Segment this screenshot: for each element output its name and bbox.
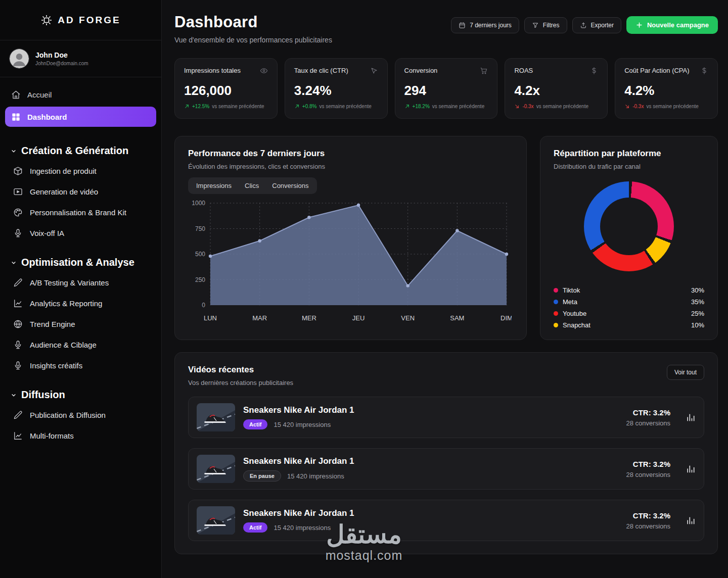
section-header-optimisation-analyse[interactable]: Optimisation & Analyse	[10, 257, 151, 268]
video-status-badge: En pause	[243, 470, 281, 481]
sidebar-item-insights-creatifs[interactable]: Insights créatifs	[10, 355, 151, 376]
video-conversions: 28 conversions	[626, 471, 670, 478]
home-icon	[11, 90, 21, 100]
new-campaign-button[interactable]: Nouvelle campagne	[626, 16, 718, 34]
kpi-label: Coût Par Action (CPA)	[624, 67, 689, 74]
user-name: John Doe	[35, 51, 88, 59]
platform-legend: Tiktok 30% Meta 35% Youtube 25% Snapchat…	[554, 284, 704, 331]
sidebar-item-generation-de-video[interactable]: Generation de vidéo	[10, 181, 151, 202]
kpi-value: 294	[404, 83, 488, 99]
bar-chart-icon[interactable]	[686, 412, 696, 422]
video-status-badge: Actif	[243, 522, 267, 533]
see-all-button[interactable]: Voir tout	[667, 365, 704, 380]
legend-dot	[554, 323, 558, 327]
page-header: Dashboard Vue d'ensemble de vos performa…	[174, 13, 718, 44]
pen-icon	[13, 410, 23, 420]
export-button[interactable]: Exporter	[572, 17, 621, 33]
eye-icon	[260, 67, 268, 75]
sidebar-item-personnalisation-brand-kit[interactable]: Personnalisation & Brand Kit	[10, 202, 151, 223]
chevron-down-icon	[10, 259, 17, 266]
kpi-delta-note: vs semaine précédente	[536, 104, 588, 109]
sidebar-item-ingestion-de-produit[interactable]: Ingestion de produit	[10, 161, 151, 181]
bar-chart-icon[interactable]	[686, 515, 696, 525]
legend-label: Meta	[563, 298, 577, 306]
chevron-down-icon	[10, 148, 17, 155]
calendar-icon	[459, 22, 466, 29]
legend-label: Tiktok	[563, 286, 580, 294]
tab-conversions[interactable]: Conversions	[265, 179, 315, 192]
legend-percentage: 25%	[691, 310, 704, 317]
video-title: Sneakers Nike Air Jordan 1	[243, 508, 354, 518]
performance-chart-title: Performance des 7 derniers jours	[188, 149, 513, 159]
nav-item-dashboard[interactable]: Dashboard	[5, 107, 156, 127]
tab-impressions[interactable]: Impressions	[190, 179, 238, 192]
video-icon	[13, 187, 23, 197]
recent-videos-subtitle: Vos dernières créations publicitaires	[188, 379, 293, 387]
avatar	[9, 49, 29, 69]
export-label: Exporter	[591, 22, 614, 29]
sidebar-item-analytics-reporting[interactable]: Analytics & Reporting	[10, 293, 151, 314]
grid-icon	[11, 112, 21, 122]
bar-chart-icon[interactable]	[686, 464, 696, 474]
svg-text:DIM: DIM	[500, 314, 512, 322]
performance-chart-subtitle: Évolution des impressions, clics et conv…	[188, 163, 513, 170]
sidebar-item-label: Ingestion de produit	[30, 167, 97, 175]
video-stats: CTR: 3.2% 28 conversions	[626, 460, 670, 478]
sidebar-item-label: Audience & Ciblage	[30, 341, 97, 349]
kpi-value: 4.2x	[514, 83, 598, 99]
video-row[interactable]: Sneakers Nike Air Jordan 1 En pause 15 4…	[188, 448, 704, 490]
performance-area-chart: 02505007501000LUNMARMERJEUVENSAMDIM	[188, 198, 513, 325]
platform-chart-title: Répartition par plateforme	[554, 149, 704, 159]
sidebar-item-label: Insights créatifs	[30, 361, 82, 370]
export-icon	[580, 22, 587, 29]
svg-text:VEN: VEN	[401, 314, 415, 322]
filters-button[interactable]: Filtres	[524, 17, 567, 33]
sidebar-item-label: Multi-formats	[30, 431, 74, 440]
sidebar-item-audience-ciblage[interactable]: Audience & Ciblage	[10, 334, 151, 355]
section-header-creation-generation[interactable]: Création & Génération	[10, 145, 151, 157]
video-impressions: 15 420 impressions	[287, 472, 344, 480]
video-impressions: 15 420 impressions	[274, 421, 331, 428]
chart-metric-tabs: ImpressionsClicsConversions	[188, 177, 317, 194]
kpi-row: Impressions totales 126,000 +12.5%vs sem…	[174, 58, 718, 119]
legend-dot	[554, 311, 558, 316]
pen-icon	[13, 278, 23, 287]
nav-item-accueil[interactable]: Accueil	[5, 84, 156, 105]
kpi-delta-note: vs semaine précédente	[432, 104, 484, 109]
kpi-label: ROAS	[514, 67, 533, 74]
legend-row-tiktok: Tiktok 30%	[554, 284, 704, 296]
legend-dot	[554, 288, 558, 293]
tab-clics[interactable]: Clics	[238, 179, 265, 192]
kpi-delta-value: -0.3x	[522, 104, 533, 109]
svg-text:LUN: LUN	[204, 314, 217, 322]
sidebar-item-trend-engine[interactable]: Trend Engine	[10, 314, 151, 334]
legend-dot	[554, 300, 558, 304]
video-row[interactable]: Sneakers Nike Air Jordan 1 Actif 15 420 …	[188, 500, 704, 541]
user-profile[interactable]: John Doe JohnDoe@domain.com	[0, 40, 161, 77]
legend-percentage: 10%	[691, 321, 704, 329]
mic-icon	[13, 228, 23, 238]
video-row[interactable]: Sneakers Nike Air Jordan 1 Actif 15 420 …	[188, 397, 704, 438]
kpi-value: 3.24%	[294, 83, 378, 99]
video-list: Sneakers Nike Air Jordan 1 Actif 15 420 …	[188, 397, 704, 541]
kpi-delta: -0.3xvs semaine précédente	[624, 104, 708, 109]
sidebar-item-multi-formats[interactable]: Multi-formats	[10, 425, 151, 446]
svg-text:SAM: SAM	[450, 314, 464, 322]
kpi-card-impressions-totales: Impressions totales 126,000 +12.5%vs sem…	[174, 58, 278, 119]
section-header-diffusion[interactable]: Diffusion	[10, 389, 151, 401]
sidebar-item-publication-diffusion[interactable]: Publication & Diffusion	[10, 405, 151, 425]
nav-item-label: Accueil	[27, 90, 52, 99]
kpi-delta-note: vs semaine précédente	[646, 104, 698, 109]
sidebar-item-label: Personnalisation & Brand Kit	[30, 208, 126, 217]
date-range-button[interactable]: 7 derniers jours	[451, 17, 519, 33]
sidebar-item-a-b-testing-variantes[interactable]: A/B Testing & Variantes	[10, 272, 151, 293]
page-title: Dashboard	[174, 13, 332, 31]
video-title: Sneakers Nike Air Jordan 1	[243, 405, 354, 415]
kpi-delta-value: +0.8%	[302, 104, 317, 109]
kpi-delta-note: vs semaine précédente	[212, 104, 264, 109]
sidebar-item-label: Analytics & Reporting	[30, 299, 102, 308]
kpi-card-taux-de-clic-ctr: Taux de clic (CTR) 3.24% +0.8%vs semaine…	[285, 58, 388, 119]
legend-label: Snapchat	[563, 321, 590, 329]
recent-videos-title: Vidéos récentes	[188, 365, 293, 375]
sidebar-item-voix-off-ia[interactable]: Voix-off IA	[10, 223, 151, 244]
